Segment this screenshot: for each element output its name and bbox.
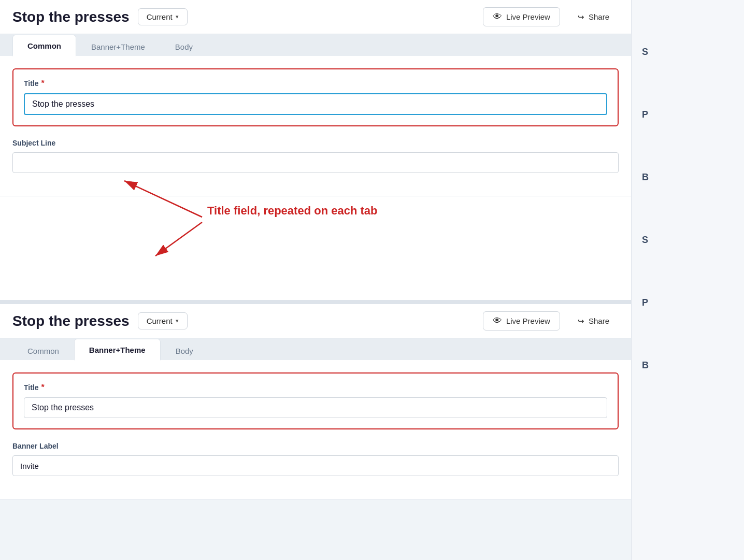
current-dropdown-button-bottom[interactable]: Current ▾	[138, 312, 188, 329]
current-dropdown-button[interactable]: Current ▾	[138, 8, 188, 25]
page-title: Stop the presses	[12, 9, 130, 25]
share-label: Share	[589, 12, 609, 21]
right-panel-letter-p2: P	[642, 297, 734, 308]
live-preview-label: Live Preview	[506, 12, 550, 21]
tab-body-bottom[interactable]: Body	[161, 340, 208, 361]
current-label-bottom: Current	[147, 317, 173, 325]
tab-banner-theme-top[interactable]: Banner+Theme	[76, 36, 160, 56]
live-preview-label-bottom: Live Preview	[506, 317, 550, 325]
current-label: Current	[147, 12, 173, 21]
bottom-tabs-bar: Common Banner+Theme Body	[0, 338, 631, 360]
tab-common-top[interactable]: Common	[12, 35, 76, 56]
top-panel-content: Title * Subject Line	[0, 56, 631, 196]
subject-label: Subject Line	[12, 139, 619, 147]
right-panel-letter-s2: S	[642, 235, 734, 246]
title-label-bottom: Title *	[24, 383, 607, 392]
subject-input[interactable]	[12, 152, 619, 173]
right-panel-letter-p: P	[642, 109, 734, 120]
svg-line-3	[155, 222, 202, 256]
subject-line-group: Subject Line	[12, 139, 619, 173]
required-star-bottom: *	[41, 383, 45, 392]
share-icon-bottom: ↪	[578, 317, 584, 326]
title-form-section-top: Title *	[12, 68, 619, 126]
top-panel-header: Stop the presses Current ▾ 👁 Live Previe…	[0, 0, 631, 34]
eye-icon: 👁	[493, 11, 502, 22]
banner-label-label: Banner Label	[12, 442, 619, 450]
page-title-bottom: Stop the presses	[12, 313, 130, 329]
eye-icon-bottom: 👁	[493, 315, 502, 326]
title-input-top[interactable]	[24, 93, 607, 115]
right-panel-letter-s: S	[642, 47, 734, 58]
tab-banner-theme-bottom[interactable]: Banner+Theme	[74, 339, 161, 361]
tab-common-bottom[interactable]: Common	[12, 340, 74, 361]
share-icon: ↪	[578, 12, 584, 22]
bottom-panel-content: Title * Banner Label	[0, 360, 631, 499]
share-button[interactable]: ↪ Share	[568, 9, 619, 25]
bottom-panel-header: Stop the presses Current ▾ 👁 Live Previe…	[0, 304, 631, 338]
share-button-bottom[interactable]: ↪ Share	[568, 313, 619, 329]
chevron-down-icon-bottom: ▾	[176, 318, 179, 324]
tab-body-top[interactable]: Body	[160, 36, 208, 56]
annotation-text: Title field, repeated on each tab	[207, 204, 377, 217]
right-panel: S P B S P B	[631, 0, 744, 560]
banner-label-input[interactable]	[12, 455, 619, 476]
banner-label-group: Banner Label	[12, 442, 619, 476]
panel-divider	[0, 300, 631, 304]
chevron-down-icon: ▾	[176, 13, 179, 20]
title-label-top: Title *	[24, 79, 607, 88]
title-input-bottom[interactable]	[24, 397, 607, 418]
right-panel-letter-b2: B	[642, 360, 734, 371]
annotation-area: Title field, repeated on each tab	[0, 196, 631, 300]
live-preview-button-bottom[interactable]: 👁 Live Preview	[483, 311, 560, 331]
top-tabs-bar: Common Banner+Theme Body	[0, 34, 631, 56]
bottom-panel: Stop the presses Current ▾ 👁 Live Previe…	[0, 304, 631, 499]
title-form-section-bottom: Title *	[12, 372, 619, 429]
live-preview-button[interactable]: 👁 Live Preview	[483, 7, 560, 26]
required-star-top: *	[41, 79, 45, 88]
share-label-bottom: Share	[589, 317, 609, 325]
right-panel-letter-b: B	[642, 172, 734, 183]
